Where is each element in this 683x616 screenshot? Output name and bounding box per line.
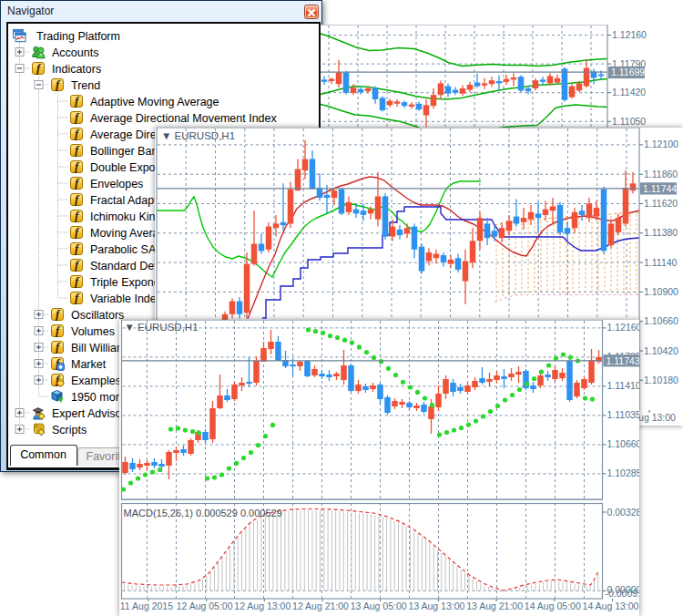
svg-text:Parabolic SAR: Parabolic SAR xyxy=(90,243,164,256)
svg-text:1.11140: 1.11140 xyxy=(644,257,678,268)
svg-text:1.12100: 1.12100 xyxy=(644,139,678,149)
svg-text:1.10900: 1.10900 xyxy=(644,286,678,297)
svg-text:MACD(15,26,1) 0.000529 0.00052: MACD(15,26,1) 0.000529 0.000529 xyxy=(123,508,281,518)
svg-text:11 Aug 2015: 11 Aug 2015 xyxy=(119,601,172,611)
svg-text:13 Aug 05:00: 13 Aug 05:00 xyxy=(350,601,406,611)
svg-text:12 Aug 13:00: 12 Aug 13:00 xyxy=(234,601,291,611)
svg-text:1.11380: 1.11380 xyxy=(644,227,678,238)
svg-text:Volumes: Volumes xyxy=(71,325,115,338)
svg-text:1.11620: 1.11620 xyxy=(644,198,678,209)
svg-text:1.10660: 1.10660 xyxy=(644,315,678,326)
svg-text:0.003280: 0.003280 xyxy=(607,507,639,518)
svg-text:Trading Platform: Trading Platform xyxy=(36,30,120,43)
svg-text:Examples: Examples xyxy=(71,375,121,387)
svg-text:1.11743: 1.11743 xyxy=(606,355,639,366)
svg-text:1.11860: 1.11860 xyxy=(644,169,678,180)
svg-text:Market: Market xyxy=(71,358,107,371)
svg-text:Average Directional Movement I: Average Directional Movement Index xyxy=(90,112,277,125)
svg-text:1.11035: 1.11035 xyxy=(607,409,639,420)
svg-text:Oscillators: Oscillators xyxy=(71,309,124,322)
svg-text:Accounts: Accounts xyxy=(52,46,98,59)
svg-text:1.10420: 1.10420 xyxy=(644,345,678,356)
svg-text:12 Aug 21:00: 12 Aug 21:00 xyxy=(292,601,349,611)
svg-text:1.12160: 1.12160 xyxy=(607,322,639,333)
svg-text:▼ EURUSD,H1: ▼ EURUSD,H1 xyxy=(124,322,198,333)
svg-text:1.10285: 1.10285 xyxy=(607,467,639,478)
svg-text:14 Aug 05:00: 14 Aug 05:00 xyxy=(524,601,580,611)
svg-text:14 Aug 13:00: 14 Aug 13:00 xyxy=(582,601,638,611)
svg-text:Adaptive Moving Average: Adaptive Moving Average xyxy=(90,96,219,108)
svg-text:13 Aug 21:00: 13 Aug 21:00 xyxy=(466,601,523,611)
svg-text:▼ EURUSD,H1: ▼ EURUSD,H1 xyxy=(161,130,235,141)
svg-text:1.11699: 1.11699 xyxy=(611,67,645,77)
svg-text:12 Aug 05:00: 12 Aug 05:00 xyxy=(176,601,232,611)
svg-text:Indicators: Indicators xyxy=(52,63,101,76)
svg-text:13 Aug 13:00: 13 Aug 13:00 xyxy=(408,601,464,611)
svg-text:1.11744: 1.11744 xyxy=(643,183,677,194)
svg-text:1.10660: 1.10660 xyxy=(607,438,639,449)
svg-text:Envelopes: Envelopes xyxy=(90,178,143,190)
svg-text:1.12160: 1.12160 xyxy=(612,29,647,40)
svg-text:1.11410: 1.11410 xyxy=(607,380,639,391)
svg-text:Trend: Trend xyxy=(71,79,100,92)
svg-text:1.11420: 1.11420 xyxy=(612,87,646,98)
svg-text:-0.000916: -0.000916 xyxy=(605,588,639,599)
svg-text:1.10180: 1.10180 xyxy=(644,375,678,385)
svg-text:1950 more: 1950 more xyxy=(71,391,126,404)
svg-text:1.11050: 1.11050 xyxy=(612,115,646,126)
svg-text:Scripts: Scripts xyxy=(52,424,87,436)
